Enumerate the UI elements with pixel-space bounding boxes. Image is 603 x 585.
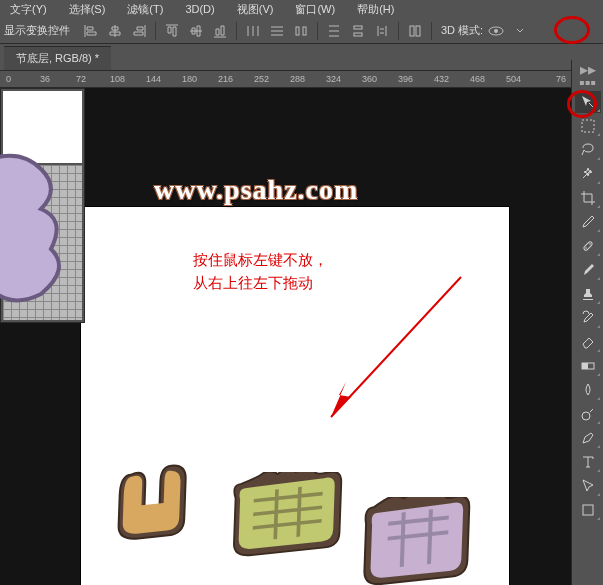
tab-bar: 节底层, RGB/8) * bbox=[0, 44, 603, 70]
chevron-down-icon[interactable] bbox=[509, 21, 531, 41]
divider bbox=[155, 22, 156, 40]
canvas-area[interactable]: 按住鼠标左键不放， 从右上往左下拖动 bbox=[0, 88, 571, 585]
history-brush-tool-icon[interactable] bbox=[575, 307, 601, 329]
distribute-hc-icon[interactable] bbox=[266, 21, 288, 41]
svg-rect-4 bbox=[410, 26, 414, 36]
document-tab[interactable]: 节底层, RGB/8) * bbox=[4, 46, 111, 70]
eyedropper-tool-icon[interactable] bbox=[575, 211, 601, 233]
ruler-tick: 144 bbox=[146, 74, 161, 84]
type-tool-icon[interactable] bbox=[575, 451, 601, 473]
svg-rect-1 bbox=[303, 27, 306, 35]
menu-3d[interactable]: 3D(D) bbox=[185, 3, 214, 15]
mode3d-orbit-icon[interactable] bbox=[485, 21, 507, 41]
heal-tool-icon[interactable] bbox=[575, 235, 601, 257]
ruler-tick: 72 bbox=[76, 74, 86, 84]
artboard: 按住鼠标左键不放， 从右上往左下拖动 bbox=[80, 206, 510, 585]
svg-rect-2 bbox=[354, 26, 362, 29]
ruler-tick: 360 bbox=[362, 74, 377, 84]
dodge-tool-icon[interactable] bbox=[575, 403, 601, 425]
ruler-tick: 288 bbox=[290, 74, 305, 84]
char-jie bbox=[359, 497, 479, 585]
arrow-icon bbox=[301, 267, 471, 437]
menu-select[interactable]: 选择(S) bbox=[69, 2, 106, 17]
align-top-icon[interactable] bbox=[161, 21, 183, 41]
crop-tool-icon[interactable] bbox=[575, 187, 601, 209]
gradient-tool-icon[interactable] bbox=[575, 355, 601, 377]
blur-tool-icon[interactable] bbox=[575, 379, 601, 401]
char-tong bbox=[221, 472, 361, 572]
ruler-tick: 0 bbox=[6, 74, 11, 84]
svg-point-13 bbox=[589, 243, 591, 245]
ruler-horizontal: 0 36 72 108 144 180 216 252 288 324 360 … bbox=[0, 70, 571, 88]
menu-text[interactable]: 文字(Y) bbox=[10, 2, 47, 17]
align-left-icon[interactable] bbox=[80, 21, 102, 41]
svg-rect-3 bbox=[354, 33, 362, 36]
path-select-tool-icon[interactable] bbox=[575, 475, 601, 497]
ruler-tick: 504 bbox=[506, 74, 521, 84]
ruler-tick: 216 bbox=[218, 74, 233, 84]
stamp-tool-icon[interactable] bbox=[575, 283, 601, 305]
options-bar: 显示变换控件 3D 模式: bbox=[0, 18, 603, 44]
lasso-tool-icon[interactable] bbox=[575, 139, 601, 161]
align-vcenter-icon[interactable] bbox=[185, 21, 207, 41]
distribute-vc-icon[interactable] bbox=[347, 21, 369, 41]
menu-bar: 文字(Y) 选择(S) 滤镜(T) 3D(D) 视图(V) 窗口(W) 帮助(H… bbox=[0, 0, 603, 18]
auto-align-icon[interactable] bbox=[404, 21, 426, 41]
mode3d-label: 3D 模式: bbox=[441, 23, 483, 38]
pen-tool-icon[interactable] bbox=[575, 427, 601, 449]
distribute-vb-icon[interactable] bbox=[371, 21, 393, 41]
svg-point-7 bbox=[494, 29, 498, 33]
svg-rect-10 bbox=[582, 120, 594, 132]
ruler-tick: 76 bbox=[556, 74, 566, 84]
divider bbox=[431, 22, 432, 40]
distribute-hr-icon[interactable] bbox=[290, 21, 312, 41]
svg-rect-15 bbox=[582, 363, 588, 369]
brush-tool-icon[interactable] bbox=[575, 259, 601, 281]
svg-point-16 bbox=[582, 412, 590, 420]
shape-tool-icon[interactable] bbox=[575, 499, 601, 521]
ruler-tick: 180 bbox=[182, 74, 197, 84]
distribute-h-icon[interactable] bbox=[242, 21, 264, 41]
ruler-tick: 108 bbox=[110, 74, 125, 84]
navigator-panel[interactable] bbox=[0, 88, 85, 323]
move-tool-icon[interactable] bbox=[575, 91, 601, 113]
options-label: 显示变换控件 bbox=[4, 23, 70, 38]
ruler-tick: 432 bbox=[434, 74, 449, 84]
navigator-shape bbox=[0, 149, 81, 309]
svg-rect-5 bbox=[416, 26, 420, 36]
menu-filter[interactable]: 滤镜(T) bbox=[127, 2, 163, 17]
wand-tool-icon[interactable] bbox=[575, 163, 601, 185]
align-bottom-icon[interactable] bbox=[209, 21, 231, 41]
divider bbox=[236, 22, 237, 40]
watermark-text: www.psahz.com bbox=[154, 174, 358, 206]
svg-point-12 bbox=[585, 247, 587, 249]
ruler-tick: 468 bbox=[470, 74, 485, 84]
menu-view[interactable]: 视图(V) bbox=[237, 2, 274, 17]
svg-rect-11 bbox=[583, 241, 593, 251]
marquee-tool-icon[interactable] bbox=[575, 115, 601, 137]
divider bbox=[317, 22, 318, 40]
ruler-tick: 396 bbox=[398, 74, 413, 84]
svg-line-8 bbox=[331, 277, 461, 417]
menu-help[interactable]: 帮助(H) bbox=[357, 2, 394, 17]
eraser-tool-icon[interactable] bbox=[575, 331, 601, 353]
panel-handle-icon[interactable]: ▪▪▪ bbox=[574, 76, 602, 90]
ruler-tick: 324 bbox=[326, 74, 341, 84]
menu-window[interactable]: 窗口(W) bbox=[295, 2, 335, 17]
char-er bbox=[111, 457, 231, 557]
align-hcenter-icon[interactable] bbox=[104, 21, 126, 41]
ruler-tick: 252 bbox=[254, 74, 269, 84]
align-right-icon[interactable] bbox=[128, 21, 150, 41]
svg-rect-17 bbox=[583, 505, 593, 515]
tools-panel: ▸▸ ▪▪▪ bbox=[571, 60, 603, 585]
svg-marker-9 bbox=[331, 382, 351, 417]
svg-rect-0 bbox=[296, 27, 299, 35]
divider bbox=[398, 22, 399, 40]
distribute-v-icon[interactable] bbox=[323, 21, 345, 41]
ruler-tick: 36 bbox=[40, 74, 50, 84]
